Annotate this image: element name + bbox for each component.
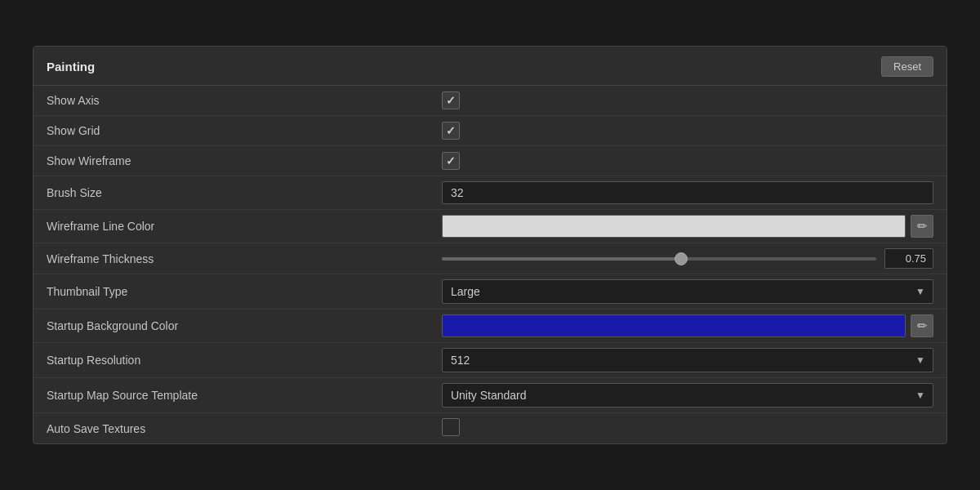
setting-label: Show Wireframe <box>33 146 435 176</box>
table-row: Show Grid <box>33 116 947 146</box>
settings-table: Show AxisShow GridShow WireframeBrush Si… <box>33 86 947 443</box>
slider-value: 0.75 <box>884 248 933 269</box>
panel-header: Painting Reset <box>33 47 947 86</box>
eyedropper-icon[interactable]: ✏ <box>911 215 933 238</box>
color-swatch[interactable] <box>442 314 906 337</box>
color-picker-row: ✏ <box>442 215 933 238</box>
table-row: Startup Resolution25651210242048▼ <box>33 343 947 378</box>
dropdown-wrapper: Unity StandardCustom▼ <box>442 383 933 408</box>
table-row: Startup Background Color✏ <box>33 310 947 343</box>
setting-label: Wireframe Thickness <box>33 243 435 274</box>
setting-label: Brush Size <box>33 176 435 210</box>
table-row: Thumbnail TypeSmallMediumLarge▼ <box>33 274 947 310</box>
slider-row: 0.75 <box>442 248 933 269</box>
dropdown-startup-resolution[interactable]: 25651210242048 <box>442 348 933 372</box>
reset-button[interactable]: Reset <box>881 56 933 77</box>
setting-label: Show Grid <box>33 116 435 146</box>
table-row: Auto Save Textures <box>33 413 947 444</box>
slider-fill <box>442 257 681 261</box>
color-picker-row: ✏ <box>442 314 933 337</box>
panel-title: Painting <box>47 60 95 74</box>
setting-label: Thumbnail Type <box>33 274 435 310</box>
brush-size-input[interactable] <box>442 181 933 204</box>
table-row: Brush Size <box>33 176 947 210</box>
checkbox-auto-save-textures[interactable] <box>442 418 460 436</box>
table-row: Startup Map Source TemplateUnity Standar… <box>33 378 947 413</box>
setting-label: Auto Save Textures <box>33 413 435 444</box>
dropdown-thumbnail-type[interactable]: SmallMediumLarge <box>442 279 933 304</box>
checkbox-show-grid[interactable] <box>442 122 460 140</box>
slider-track[interactable] <box>442 257 876 261</box>
dropdown-startup-map-source-template[interactable]: Unity StandardCustom <box>442 383 933 408</box>
table-row: Show Axis <box>33 86 947 116</box>
checkbox-show-axis[interactable] <box>442 91 460 109</box>
setting-label: Show Axis <box>33 86 435 116</box>
setting-label: Startup Background Color <box>33 310 435 343</box>
setting-label: Startup Map Source Template <box>33 378 435 413</box>
dropdown-wrapper: 25651210242048▼ <box>442 348 933 372</box>
painting-panel: Painting Reset Show AxisShow GridShow Wi… <box>33 46 947 444</box>
table-row: Wireframe Line Color✏ <box>33 210 947 243</box>
table-row: Wireframe Thickness0.75 <box>33 243 947 274</box>
slider-thumb[interactable] <box>675 252 688 265</box>
checkbox-show-wireframe[interactable] <box>442 152 460 170</box>
table-row: Show Wireframe <box>33 146 947 176</box>
setting-label: Startup Resolution <box>33 343 435 378</box>
setting-label: Wireframe Line Color <box>33 210 435 243</box>
eyedropper-icon[interactable]: ✏ <box>911 314 933 337</box>
color-swatch[interactable] <box>442 215 906 238</box>
dropdown-wrapper: SmallMediumLarge▼ <box>442 279 933 304</box>
